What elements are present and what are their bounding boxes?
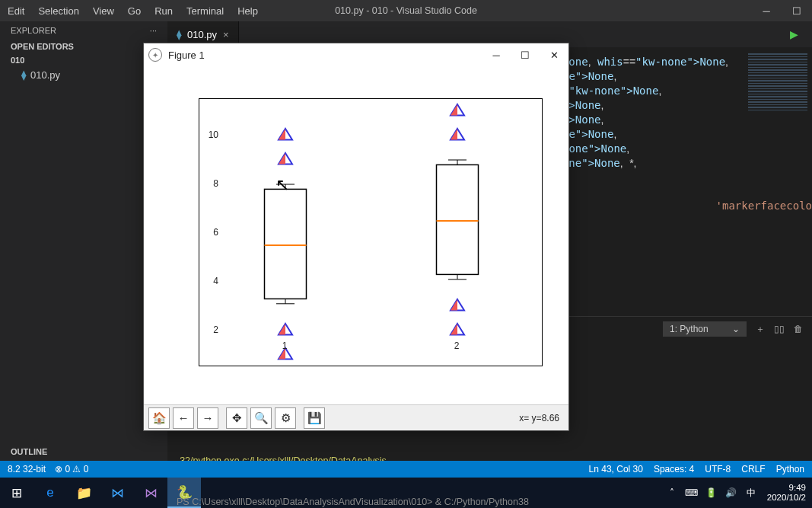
run-icon[interactable]: ▶ <box>790 28 798 40</box>
figure-window: ✦ Figure 1 ─ ☐ ✕ 24681012 🏠 ← → ✥ 🔍 ⚙ 💾 … <box>143 43 569 431</box>
python-file-icon: ⧫ <box>177 29 181 40</box>
plot-area[interactable]: 24681012 <box>144 66 568 404</box>
forward-icon[interactable]: → <box>197 407 218 429</box>
explorer-header: EXPLORER <box>11 26 56 35</box>
chevron-down-icon: ⌄ <box>732 324 740 334</box>
close-icon[interactable]: × <box>223 29 229 40</box>
explorer-more-icon[interactable]: ··· <box>150 26 157 35</box>
visualstudio-icon[interactable]: ⋈ <box>134 478 167 508</box>
terminal-new-icon[interactable]: ＋ <box>756 323 765 336</box>
save-icon[interactable]: 💾 <box>304 407 325 429</box>
svg-rect-0 <box>265 189 307 299</box>
file-item[interactable]: ⧫ 010.py <box>0 67 167 83</box>
minimap[interactable] <box>744 47 812 245</box>
language-mode[interactable]: Python <box>776 464 804 474</box>
boxplot-chart <box>199 99 542 366</box>
file-label: 010.py <box>30 69 60 81</box>
ytick-label: 8 <box>213 178 218 189</box>
axes <box>199 98 543 366</box>
svg-rect-14 <box>437 165 479 274</box>
folder-header[interactable]: 010 <box>0 53 167 67</box>
outline-header[interactable]: OUTLINE <box>0 443 167 461</box>
open-editors-header[interactable]: OPEN EDITORS <box>0 40 167 53</box>
window-title: 010.py - 010 - Visual Studio Code <box>335 5 477 16</box>
tab-label: 010.py <box>187 29 217 40</box>
eol[interactable]: CRLF <box>741 464 765 474</box>
ytick-label: 2 <box>213 324 218 335</box>
back-icon[interactable]: ← <box>173 407 194 429</box>
vscode-icon[interactable]: ⋈ <box>100 478 134 508</box>
taskview-icon[interactable]: ⊞ <box>0 478 33 508</box>
mpl-toolbar: 🏠 ← → ✥ 🔍 ⚙ 💾 x= y=8.66 <box>144 404 568 430</box>
figure-titlebar[interactable]: ✦ Figure 1 ─ ☐ ✕ <box>144 43 568 66</box>
zoom-icon[interactable]: 🔍 <box>250 407 272 429</box>
problems-count[interactable]: ⊗ 0 ⚠ 0 <box>55 464 88 474</box>
menu-edit[interactable]: Edit <box>8 5 24 17</box>
python-file-icon: ⧫ <box>21 69 26 81</box>
menu-selection[interactable]: Selection <box>38 5 78 17</box>
ytick-label: 6 <box>213 227 218 238</box>
menu-run[interactable]: Run <box>154 5 173 17</box>
figure-maximize[interactable]: ☐ <box>511 43 540 66</box>
figure-coords: x= y=8.66 <box>519 413 559 423</box>
menu-view[interactable]: View <box>93 5 114 17</box>
window-minimize[interactable]: ─ <box>751 0 782 21</box>
xtick-label: 1 <box>282 340 288 351</box>
matplotlib-logo-icon: ✦ <box>148 48 162 62</box>
figure-close[interactable]: ✕ <box>540 43 568 66</box>
pan-icon[interactable]: ✥ <box>226 407 247 429</box>
statusbar: 8.2 32-bit ⊗ 0 ⚠ 0 Ln 43, Col 30 Spaces:… <box>0 461 812 478</box>
window-maximize[interactable]: ☐ <box>782 0 812 21</box>
configure-icon[interactable]: ⚙ <box>275 407 296 429</box>
intellisense-hint: 'markerfacecolo <box>716 200 812 212</box>
home-icon[interactable]: 🏠 <box>148 407 170 429</box>
sidebar: EXPLORER··· OPEN EDITORS 010 ⧫ 010.py OU… <box>0 21 167 461</box>
ytick-label: 4 <box>213 276 218 286</box>
menu-terminal[interactable]: Terminal <box>186 5 224 17</box>
ytick-label: 10 <box>209 129 218 140</box>
menu-go[interactable]: Go <box>128 5 141 17</box>
menubar: Edit Selection View Go Run Terminal Help… <box>0 0 812 21</box>
menu-help[interactable]: Help <box>237 5 258 17</box>
xtick-label: 2 <box>454 340 460 351</box>
edge-icon[interactable]: e <box>33 478 67 508</box>
figure-title: Figure 1 <box>168 50 205 61</box>
terminal-split-icon[interactable]: ▯▯ <box>774 324 785 334</box>
indentation[interactable]: Spaces: 4 <box>654 464 694 474</box>
cursor-position[interactable]: Ln 43, Col 30 <box>589 464 643 474</box>
encoding[interactable]: UTF-8 <box>705 464 731 474</box>
figure-minimize[interactable]: ─ <box>482 43 511 66</box>
file-explorer-icon[interactable]: 📁 <box>67 478 100 508</box>
python-interpreter[interactable]: 8.2 32-bit <box>8 464 46 474</box>
terminal-trash-icon[interactable]: 🗑 <box>794 324 803 334</box>
terminal-selector[interactable]: 1: Python⌄ <box>663 321 747 337</box>
